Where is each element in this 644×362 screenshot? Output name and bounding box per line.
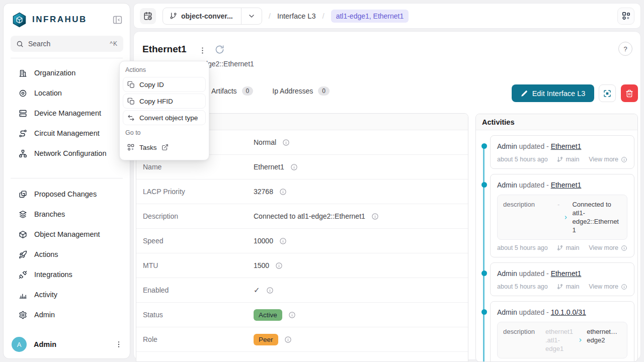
menu-item-label: Copy HFID — [139, 98, 173, 105]
field-value: 1500 — [254, 261, 269, 269]
info-icon[interactable] — [266, 287, 274, 294]
view-more-label: View more — [589, 283, 618, 290]
info-icon[interactable] — [279, 237, 287, 245]
field-label: Speed — [136, 237, 254, 245]
activity-actor: Admin — [497, 269, 517, 278]
tab-artifacts[interactable]: Artifacts 0 — [211, 86, 253, 96]
activity-action: updated - — [519, 269, 549, 278]
info-icon[interactable] — [282, 139, 290, 146]
table-row: LACP Priority 32768 — [136, 179, 468, 204]
tab-label: Artifacts — [211, 87, 237, 95]
field-label: Name — [136, 163, 254, 171]
activities-title: Activities — [476, 114, 637, 130]
info-icon[interactable] — [371, 213, 379, 220]
delete-button[interactable] — [621, 84, 638, 102]
copy-icon — [127, 98, 135, 105]
sidebar-item-network-configuration[interactable]: Network Configuration — [11, 143, 123, 163]
diff-new-value: Connected to atl1-edge2::Ethernet1 — [572, 200, 621, 234]
diff-old-value: ethernet1.atl1-edge1 — [545, 327, 574, 353]
menu-item-copy-hfid[interactable]: Copy HFID — [123, 94, 206, 109]
info-icon[interactable] — [288, 311, 296, 319]
breadcrumb-separator: / — [322, 12, 324, 20]
table-row: MTU 1500 — [136, 253, 468, 278]
manage-groups-button[interactable] — [599, 84, 616, 102]
activity-object-link[interactable]: Ethernet1 — [551, 181, 582, 189]
swap-arrows-icon — [127, 114, 135, 122]
sidebar-item-label: Location — [34, 89, 62, 97]
view-more-link[interactable]: View more — [589, 283, 627, 290]
logo-row: INFRAHUB — [12, 10, 123, 29]
info-icon[interactable] — [290, 163, 298, 171]
user-menu-kebab-icon[interactable] — [113, 338, 125, 350]
activity-object-link[interactable]: Ethernet1 — [551, 142, 582, 150]
breadcrumb-object-pill[interactable]: atl1-edge1, Ethernet1 — [331, 10, 409, 23]
trash-icon — [625, 89, 633, 98]
search-input[interactable]: Search ^K — [11, 36, 123, 52]
info-icon[interactable] — [284, 336, 292, 343]
breadcrumb-separator: / — [269, 12, 271, 20]
menu-item-copy-id[interactable]: Copy ID — [123, 77, 206, 92]
edit-interface-button[interactable]: Edit Interface L3 — [512, 84, 594, 102]
sidebar-item-device-management[interactable]: Device Management — [11, 103, 123, 123]
sidebar-item-label: Organization — [34, 69, 75, 77]
tab-ip-addresses[interactable]: Ip Addresses 0 — [272, 86, 330, 96]
select-group-icon — [603, 89, 612, 98]
avatar[interactable]: A — [12, 337, 27, 352]
field-value: Connected to atl1-edge2::Ethernet1 — [254, 212, 365, 220]
bar-chart-icon — [19, 291, 27, 299]
table-row: Role Peer — [136, 327, 468, 352]
sidebar-item-object-management[interactable]: Object Management — [11, 224, 123, 244]
diff-field: description — [503, 327, 541, 336]
view-more-link[interactable]: View more — [589, 156, 627, 163]
refresh-icon[interactable] — [215, 45, 224, 54]
activity-action: updated - — [519, 142, 549, 150]
info-icon[interactable] — [275, 262, 283, 269]
sidebar-item-branches[interactable]: Branches — [11, 204, 123, 224]
sidebar-item-actions[interactable]: Actions — [11, 244, 123, 264]
schema-diagram-icon[interactable] — [617, 8, 634, 25]
plug-icon — [19, 270, 27, 279]
sidebar-item-location[interactable]: Location — [11, 83, 123, 103]
sidebar-item-organization[interactable]: Organization — [11, 63, 123, 83]
building-icon — [19, 69, 27, 77]
sidebar-item-admin[interactable]: Admin — [11, 305, 123, 325]
network-icon — [19, 149, 27, 158]
info-icon[interactable] — [279, 188, 287, 196]
activity-object-link[interactable]: Ethernet1 — [551, 269, 582, 278]
activity-time: about 5 hours ago — [497, 283, 548, 290]
divider — [11, 58, 123, 58]
page-title: Ethernet1 — [142, 44, 187, 55]
sidebar-item-integrations[interactable]: Integrations — [11, 264, 123, 285]
sidebar-item-label: Device Management — [34, 109, 101, 117]
activity-diff: description - Connected to atl1-edge2::E… — [497, 195, 627, 240]
diagram-icon — [127, 143, 135, 151]
breadcrumb-interface-l3[interactable]: Interface L3 — [277, 12, 316, 20]
activity-branch: main — [566, 156, 579, 163]
server-icon — [19, 109, 27, 118]
help-button[interactable]: ? — [618, 42, 632, 56]
sidebar-item-label: Network Configuration — [34, 149, 106, 157]
activity-diff: description ethernet1.atl1-edge1 etherne… — [497, 322, 627, 358]
diff-new-value: ethernet… edge2 — [587, 327, 621, 344]
copy-pages-icon — [19, 190, 27, 199]
field-value: Normal — [254, 138, 276, 146]
activity-object-link[interactable]: 10.1.0.0/31 — [551, 308, 586, 316]
menu-item-tasks[interactable]: Tasks — [123, 140, 206, 155]
field-label: Status — [136, 311, 254, 319]
branch-selector[interactable]: object-conver... — [163, 8, 262, 25]
menu-item-convert-object-type[interactable]: Convert object type — [123, 110, 206, 125]
field-value: 10000 — [254, 237, 273, 245]
activity-time: about 5 hours ago — [497, 156, 548, 163]
activity-card: Admin updated - Ethernet1 about 5 hours … — [490, 262, 634, 296]
time-travel-calendar-icon[interactable] — [140, 8, 156, 24]
sidebar-item-proposed-changes[interactable]: Proposed Changes — [11, 184, 123, 204]
menu-item-label: Copy ID — [139, 81, 164, 88]
object-actions-kebab-icon[interactable] — [197, 45, 208, 56]
sidebar-item-circuit-management[interactable]: Circuit Management — [11, 123, 123, 143]
info-icon — [621, 156, 627, 163]
sidebar-item-label: Admin — [34, 311, 55, 319]
collapse-sidebar-icon[interactable] — [112, 15, 123, 25]
sidebar-item-activity[interactable]: Activity — [11, 285, 123, 305]
view-more-link[interactable]: View more — [589, 244, 627, 251]
tab-bar: Artifacts 0 Ip Addresses 0 — [211, 86, 330, 96]
